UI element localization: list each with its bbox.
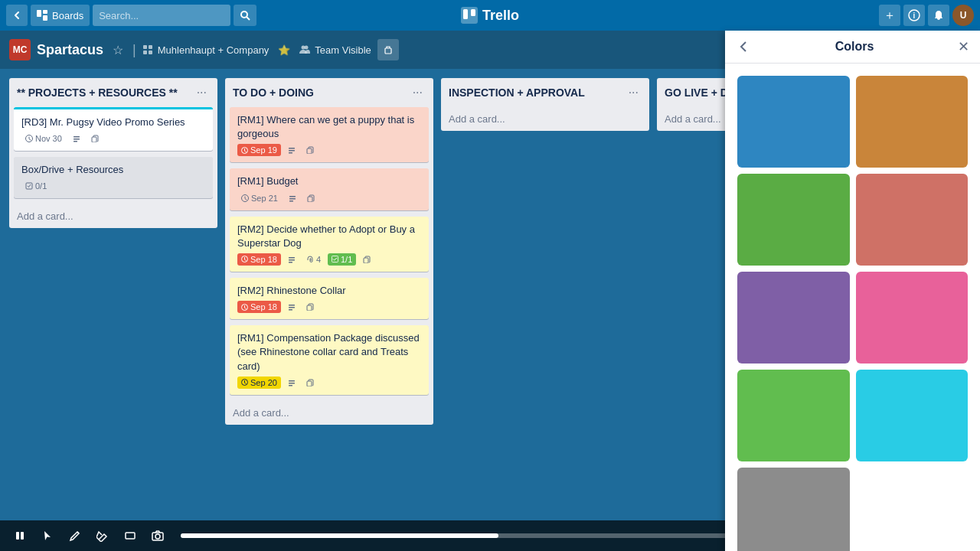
svg-text:i: i xyxy=(913,11,916,20)
search-button[interactable] xyxy=(234,5,256,26)
team-visibility[interactable]: Team Visible xyxy=(299,44,371,56)
card-title: [RD3] Mr. Pugsy Video Promo Series xyxy=(21,116,205,129)
color-swatch-lime[interactable] xyxy=(737,370,850,461)
board-title[interactable]: Spartacus xyxy=(37,42,103,58)
add-button[interactable]: ＋ xyxy=(879,5,900,26)
badge-desc xyxy=(284,302,299,312)
svg-point-15 xyxy=(305,46,309,50)
badge-attach: 4 xyxy=(302,253,325,266)
progress-bar-fill xyxy=(181,533,498,538)
badge-due-red: Sep 19 xyxy=(237,144,281,156)
card-badges: Sep 18 4 1/1 xyxy=(237,253,421,266)
notifications-button[interactable] xyxy=(928,5,949,26)
svg-point-53 xyxy=(155,534,160,539)
camera-button[interactable] xyxy=(147,525,168,546)
pause-button[interactable] xyxy=(9,525,31,546)
colors-panel-title: Colors xyxy=(835,40,874,54)
list-todo: TO DO + DOING ··· [RM1] Where can we get… xyxy=(225,78,433,425)
svg-rect-1 xyxy=(43,10,47,14)
board-logo: MC xyxy=(9,39,31,60)
badge-due-red: Sep 18 xyxy=(237,253,281,266)
badge-checklist: 0/1 xyxy=(21,180,51,192)
add-card-button-inspection[interactable]: Add a card... xyxy=(441,107,649,131)
svg-rect-11 xyxy=(149,45,152,49)
badge-desc xyxy=(284,254,299,265)
boards-label: Boards xyxy=(52,10,83,21)
card-badges: Nov 30 xyxy=(21,132,205,145)
info-button[interactable]: i xyxy=(903,5,925,26)
colors-panel-back-button[interactable] xyxy=(736,39,751,54)
colors-panel-header: Colors ✕ xyxy=(725,31,980,64)
color-swatch-orange[interactable] xyxy=(856,76,969,168)
badge-date: Nov 30 xyxy=(21,132,66,145)
card-title: [RM1] Where can we get a puppy that is g… xyxy=(237,113,421,141)
pen-button[interactable] xyxy=(64,525,86,546)
badge-copy xyxy=(303,193,318,204)
svg-rect-18 xyxy=(74,136,80,138)
svg-rect-19 xyxy=(74,139,80,140)
color-swatch-gray[interactable] xyxy=(737,468,850,551)
card-c5[interactable]: [RM2] Decide whether to Adopt or Buy a S… xyxy=(230,217,429,272)
svg-rect-40 xyxy=(289,305,295,306)
color-swatch-pink[interactable] xyxy=(856,272,969,364)
search-input[interactable] xyxy=(93,5,230,26)
rect-button[interactable] xyxy=(119,525,141,546)
svg-rect-36 xyxy=(289,262,292,263)
svg-rect-27 xyxy=(307,148,312,154)
avatar[interactable]: U xyxy=(952,5,974,26)
list-menu-button[interactable]: ··· xyxy=(626,84,642,101)
svg-rect-45 xyxy=(289,380,295,382)
badge-desc xyxy=(69,133,84,144)
svg-line-4 xyxy=(247,17,250,20)
add-card-button-todo[interactable]: Add a card... xyxy=(225,401,433,425)
badge-desc xyxy=(284,145,299,155)
badge-desc xyxy=(285,193,300,204)
add-card-button-projects[interactable]: Add a card... xyxy=(9,204,217,228)
workspace-star-button[interactable]: ⭐ xyxy=(275,41,293,59)
list-header-inspection: INSPECTION + APPROVAL ··· xyxy=(441,78,649,107)
card-title: Box/Drive + Resources xyxy=(21,163,205,177)
color-swatch-purple[interactable] xyxy=(737,272,850,364)
svg-rect-24 xyxy=(289,148,295,149)
badge-due-red: Sep 18 xyxy=(237,301,281,313)
card-c4[interactable]: [RM1] Budget Sep 21 xyxy=(230,168,429,210)
boards-button[interactable]: Boards xyxy=(31,5,90,26)
card-c1[interactable]: [RD3] Mr. Pugsy Video Promo Series Nov 3… xyxy=(14,107,213,151)
back-button[interactable] xyxy=(6,5,28,26)
suitcase-button[interactable] xyxy=(377,39,399,60)
pointer-button[interactable] xyxy=(37,525,58,546)
eraser-button[interactable] xyxy=(92,525,113,546)
svg-rect-2 xyxy=(43,15,47,21)
card-c7[interactable]: [RM1] Compensation Package discussed (se… xyxy=(230,325,429,395)
workspace-label[interactable]: Muhlenhaupt + Company xyxy=(142,44,270,56)
colors-panel-close-button[interactable]: ✕ xyxy=(958,38,969,55)
color-swatch-salmon[interactable] xyxy=(856,174,969,266)
list-menu-button[interactable]: ··· xyxy=(410,84,426,101)
list-menu-button[interactable]: ··· xyxy=(194,84,210,101)
svg-rect-41 xyxy=(289,307,295,308)
svg-rect-51 xyxy=(126,533,135,539)
colors-grid xyxy=(725,64,980,551)
trello-logo: Trello xyxy=(461,7,519,24)
svg-rect-13 xyxy=(149,51,152,54)
card-badges: 0/1 xyxy=(21,180,205,192)
color-swatch-blue[interactable] xyxy=(737,76,850,168)
svg-rect-38 xyxy=(364,258,368,263)
card-title: [RM2] Decide whether to Adopt or Buy a S… xyxy=(237,223,421,250)
card-c3[interactable]: [RM1] Where can we get a puppy that is g… xyxy=(230,107,429,162)
card-badges: Sep 18 xyxy=(237,301,421,313)
star-button[interactable]: ☆ xyxy=(109,40,126,60)
list-cards-todo: [RM1] Where can we get a puppy that is g… xyxy=(225,107,433,401)
svg-rect-29 xyxy=(289,196,296,197)
color-swatch-green[interactable] xyxy=(737,174,850,266)
card-c2[interactable]: Box/Drive + Resources 0/1 xyxy=(14,157,213,198)
card-c6[interactable]: [RM2] Rhinestone Collar Sep 18 xyxy=(230,278,429,319)
svg-rect-43 xyxy=(307,305,312,311)
svg-rect-25 xyxy=(289,150,295,152)
svg-rect-20 xyxy=(74,141,77,142)
svg-rect-21 xyxy=(92,137,96,142)
color-swatch-teal[interactable] xyxy=(856,370,969,461)
badge-copy xyxy=(87,133,103,144)
svg-rect-32 xyxy=(308,197,312,202)
svg-rect-10 xyxy=(143,45,147,49)
